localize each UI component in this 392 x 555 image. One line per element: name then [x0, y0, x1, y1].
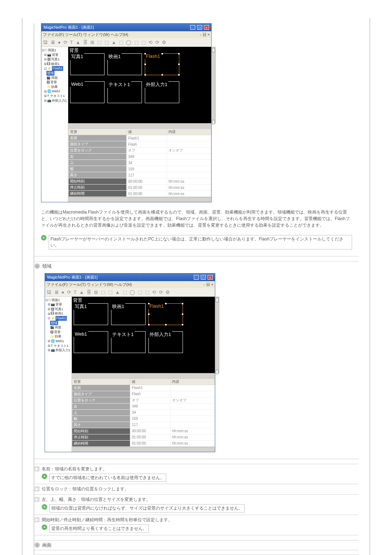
menu-bar-2[interactable]: ファイル(F) ツール(T) ウィンドウ(W) ヘルプ(H) - 日 × [45, 281, 215, 288]
item-pos-tip: 領域の位置は背景内になければならず、サイズは背景のサイズより大きくすることはでき… [49, 504, 245, 513]
description-text: この機能はMacromedia Flashファイルを使用して画面を構成するもので… [41, 209, 352, 228]
item-time-text: 開始時刻／停止時刻／継続時間：再生時間を秒単位で設定します。 [42, 517, 172, 523]
slot-ext1[interactable]: 外部入力1 [145, 81, 179, 103]
maximize-button-2[interactable]: □ [201, 275, 206, 280]
tree-view-2[interactable]: -□ 画面1 +📷 背景 +🖼 写真1 +🎞 映画1 -⚡ Flash1 領域 … [45, 297, 72, 452]
item-lock: ▶ 位置をロック：領域の位置をロックします。 [34, 484, 359, 494]
slot-web1[interactable]: Web1 [70, 81, 105, 103]
props-hscroll[interactable] [68, 197, 211, 202]
canvas-vscroll[interactable] [211, 47, 216, 123]
title-bar[interactable]: MagicNetPro 画面1 - [画面1] _ □ × [41, 24, 211, 31]
canvas-hscroll-2[interactable] [72, 373, 215, 378]
app-window-1: MagicNetPro 画面1 - [画面1] _ □ × ファイル(F) ツー… [41, 23, 212, 202]
toolbar[interactable]: 🖫 🖥 ● ⟳ T ▲ 🗄 ⊞ ⬚ ⬚ ▲ ⬚ ◯ ⬚ ⬚ ⟲ ⟳ ⚙ [41, 38, 211, 47]
layout-canvas[interactable]: 背景 写真1 映画1 Flash1 Web1 テキスト1 外部入力1 [68, 47, 211, 123]
close-button[interactable]: × [204, 25, 209, 30]
minimize-button-2[interactable]: _ [194, 275, 199, 280]
item-bullet-icon: ▶ [34, 517, 40, 522]
menu-bar[interactable]: ファイル(F) ツール(T) ウィンドウ(W) ヘルプ(H) - 日 × [41, 31, 211, 38]
slot-movie1[interactable]: 映画1 [107, 53, 142, 75]
tip-1-text: FlashプレーヤーがサーバーのインストールされたPC上にない場合は、正常に動作… [49, 235, 352, 250]
tip-1: + FlashプレーヤーがサーバーのインストールされたPC上にない場合は、正常に… [41, 235, 352, 250]
menu-items[interactable]: ファイル(F) ツール(T) ウィンドウ(W) ヘルプ(H) [43, 32, 128, 37]
plus-icon: + [42, 474, 47, 479]
canvas-hscroll[interactable] [68, 123, 211, 128]
title-bar-2[interactable]: MagicNetPro 画面1 - [画面1] _ □ × [45, 274, 215, 281]
slot-web1-2[interactable]: Web1 [74, 331, 108, 353]
canvas-vscroll-2[interactable] [215, 297, 219, 373]
toolbar-2[interactable]: 🖫 🖥 ● ⟳ T ▲ 🗄 ⊞ ⬚ ⬚ ▲ ⬚ ◯ ⬚ ⬚ ⟲ ⟳ ⚙ [45, 288, 215, 297]
window-buttons: _ □ × [189, 25, 209, 30]
item-time-tip: 背景の再生時間より長くすることはできません。 [49, 524, 149, 533]
plus-icon: + [42, 524, 47, 530]
item-name: ▶ 名前：領域の名前を変更します。 + すでに他の領域名に使われている名前は使用… [34, 464, 359, 484]
slot-text1[interactable]: テキスト1 [107, 81, 142, 103]
slot-movie1-2[interactable]: 映画1 [111, 303, 146, 325]
window-title: MagicNetPro 画面1 - [画面1] [44, 25, 94, 30]
tree-selected-flash: Flash1 [52, 66, 63, 71]
mdi-buttons[interactable]: - 日 × [200, 32, 210, 37]
item-pos: ▶ 左、上、幅、高さ：領域の位置とサイズを変更します。 + 領域の位置は背景内に… [34, 494, 359, 515]
item-bullet-icon: ▶ [34, 497, 40, 502]
plus-icon: + [42, 504, 47, 510]
bg-label: 背景 [69, 47, 79, 54]
section-screen-title: 画面 [42, 542, 52, 548]
item-name-tip: すでに他の領域名に使われている名前は使用できません。 [49, 474, 166, 482]
slot-photo1[interactable]: 写真1 [70, 53, 105, 75]
slot-text1-2[interactable]: テキスト1 [111, 331, 146, 353]
item-pos-text: 左、上、幅、高さ：領域の位置とサイズを変更します。 [42, 497, 151, 503]
property-grid[interactable]: 背景値内容 名前Flash1 接続タイプFlash 位置をロックオフオンオフ 左… [68, 128, 211, 197]
app-window-2: MagicNetPro 画面1 - [画面1] _ □ × ファイル(F) ツー… [45, 273, 215, 452]
close-button-2[interactable]: × [208, 275, 213, 280]
section-area-title: 領域 [42, 263, 52, 270]
slot-photo1-2[interactable]: 写真1 [74, 303, 108, 325]
slot-flash1[interactable]: Flash1 [145, 53, 179, 75]
property-grid-2[interactable]: 背景値内容 名前Flash1 接続タイプFlash 位置をロックオフオンオフ 左… [72, 378, 215, 447]
slot-flash1-2[interactable]: Flash1 [148, 303, 183, 325]
bullet-icon: ◎ [34, 542, 40, 548]
section-area: ◎ 領域 [34, 261, 359, 271]
bullet-icon: ◎ [34, 263, 40, 269]
props-hscroll-2[interactable] [72, 447, 215, 452]
tree-view[interactable]: -□ 画面1 +📷 背景 +🖼 写真1 +🎞 映画1 -⚡ Flash1 領域 … [41, 47, 68, 202]
tree-selected-area: 領域 [46, 71, 54, 76]
item-name-text: 名前：領域の名前を変更します。 [42, 466, 107, 472]
item-bullet-icon: ▶ [34, 466, 40, 471]
layout-canvas-2[interactable]: 背景 写真1 映画1 Flash1 Web1 テキスト1 外部入力1 [72, 297, 215, 373]
item-bullet-icon: ▶ [34, 486, 40, 491]
slot-ext1-2[interactable]: 外部入力1 [148, 331, 183, 353]
minimize-button[interactable]: _ [190, 25, 195, 30]
plus-icon: + [41, 235, 46, 240]
section-screen: ◎ 画面 [34, 540, 359, 550]
maximize-button[interactable]: □ [197, 25, 202, 30]
item-lock-text: 位置をロック：領域の位置をロックします。 [42, 486, 129, 492]
item-time: ▶ 開始時刻／停止時刻／継続時間：再生時間を秒単位で設定します。 + 背景の再生… [34, 515, 359, 535]
